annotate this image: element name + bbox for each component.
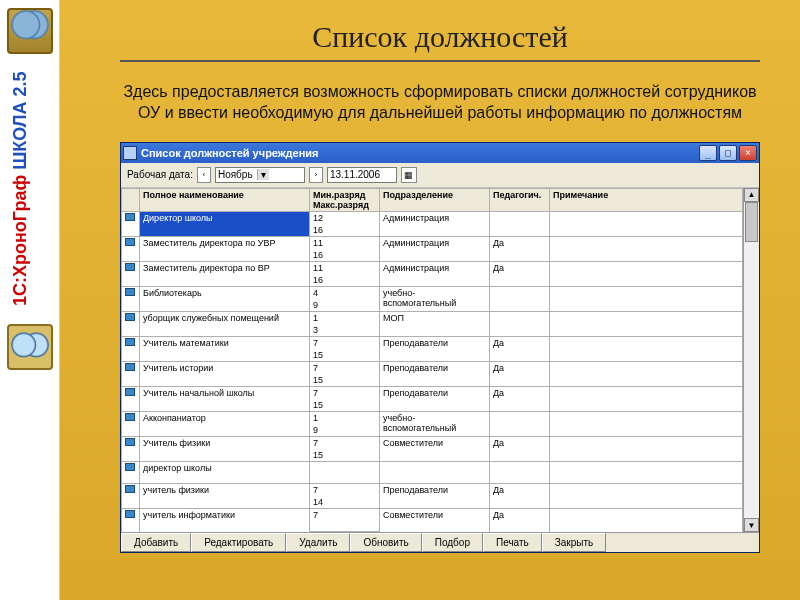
cell-ped[interactable]: Да xyxy=(490,336,550,361)
col-ped[interactable]: Педагогич. xyxy=(490,188,550,211)
table-row[interactable]: Заместитель директора по УВР11Администра… xyxy=(122,236,743,249)
cell-dept[interactable]: Преподаватели xyxy=(380,361,490,386)
cell-name[interactable]: учитель информатики xyxy=(140,508,310,532)
cell-max-rank[interactable]: 3 xyxy=(310,324,380,337)
table-row[interactable]: Учитель истории7ПреподавателиДа xyxy=(122,361,743,374)
close-button[interactable]: × xyxy=(739,145,757,161)
cell-name[interactable]: Заместитель директора по ВР xyxy=(140,261,310,286)
cell-ped[interactable] xyxy=(490,411,550,436)
cell-min-rank[interactable]: 11 xyxy=(310,236,380,249)
titlebar[interactable]: Список должностей учреждения _ □ × xyxy=(121,143,759,163)
cell-name[interactable]: уборщик служебных помещений xyxy=(140,311,310,336)
table-row[interactable]: Библиотекарь4учебно-вспомогательный xyxy=(122,286,743,299)
table-row[interactable]: учитель физики7ПреподавателиДа xyxy=(122,483,743,496)
cell-max-rank[interactable]: 15 xyxy=(310,449,380,462)
table-row[interactable]: Учитель физики7СовместителиДа xyxy=(122,436,743,449)
table-row[interactable]: Директор школы12Администрация xyxy=(122,211,743,224)
cell-ped[interactable] xyxy=(490,211,550,236)
delete-button[interactable]: Удалить xyxy=(286,533,350,552)
cell-name[interactable]: директор школы xyxy=(140,461,310,483)
cell-max-rank[interactable] xyxy=(310,472,380,483)
next-month-button[interactable]: › xyxy=(309,167,323,183)
calendar-icon[interactable]: ▦ xyxy=(401,167,417,183)
cell-note[interactable] xyxy=(550,483,743,508)
table-row[interactable]: Учитель начальной школы7ПреподавателиДа xyxy=(122,386,743,399)
table-row[interactable]: Заместитель директора по ВР11Администрац… xyxy=(122,261,743,274)
cell-max-rank[interactable]: 15 xyxy=(310,349,380,362)
cell-max-rank[interactable]: 15 xyxy=(310,399,380,412)
cell-dept[interactable]: Администрация xyxy=(380,236,490,261)
cell-ped[interactable]: Да xyxy=(490,483,550,508)
cell-note[interactable] xyxy=(550,386,743,411)
prev-month-button[interactable]: ‹ xyxy=(197,167,211,183)
add-button[interactable]: Добавить xyxy=(121,533,191,552)
cell-note[interactable] xyxy=(550,411,743,436)
cell-max-rank[interactable]: 16 xyxy=(310,274,380,287)
cell-name[interactable]: Учитель математики xyxy=(140,336,310,361)
cell-name[interactable]: Директор школы xyxy=(140,211,310,236)
col-dept[interactable]: Подразделение xyxy=(380,188,490,211)
cell-min-rank[interactable]: 4 xyxy=(310,286,380,299)
cell-min-rank[interactable]: 7 xyxy=(310,508,380,521)
cell-dept[interactable]: Администрация xyxy=(380,261,490,286)
cell-dept[interactable]: МОП xyxy=(380,311,490,336)
cell-dept[interactable]: Совместители xyxy=(380,508,490,532)
select-button[interactable]: Подбор xyxy=(422,533,483,552)
cell-note[interactable] xyxy=(550,336,743,361)
cell-name[interactable]: учитель физики xyxy=(140,483,310,508)
scroll-up-button[interactable]: ▲ xyxy=(744,188,759,202)
cell-min-rank[interactable] xyxy=(310,461,380,472)
cell-min-rank[interactable]: 7 xyxy=(310,361,380,374)
table-row[interactable]: уборщик служебных помещений1МОП xyxy=(122,311,743,324)
col-name[interactable]: Полное наименование xyxy=(140,188,310,211)
close-action-button[interactable]: Закрыть xyxy=(542,533,607,552)
cell-dept[interactable]: Преподаватели xyxy=(380,336,490,361)
cell-max-rank[interactable]: 15 xyxy=(310,374,380,387)
cell-min-rank[interactable]: 1 xyxy=(310,411,380,424)
table-row[interactable]: Учитель математики7ПреподавателиДа xyxy=(122,336,743,349)
cell-note[interactable] xyxy=(550,211,743,236)
cell-name[interactable]: Учитель истории xyxy=(140,361,310,386)
scroll-thumb[interactable] xyxy=(745,202,758,242)
cell-note[interactable] xyxy=(550,261,743,286)
table-row[interactable]: учитель информатики7СовместителиДа xyxy=(122,508,743,521)
cell-min-rank[interactable]: 7 xyxy=(310,386,380,399)
month-selector[interactable]: Ноябрь ▾ xyxy=(215,167,305,183)
cell-ped[interactable]: Да xyxy=(490,508,550,532)
positions-table[interactable]: Полное наименование Мин.разряд Макс.разр… xyxy=(121,188,743,533)
cell-name[interactable]: Заместитель директора по УВР xyxy=(140,236,310,261)
cell-ped[interactable]: Да xyxy=(490,436,550,461)
vertical-scrollbar[interactable]: ▲ ▼ xyxy=(743,188,759,533)
cell-ped[interactable] xyxy=(490,286,550,311)
cell-min-rank[interactable]: 12 xyxy=(310,211,380,224)
cell-min-rank[interactable]: 7 xyxy=(310,483,380,496)
cell-ped[interactable] xyxy=(490,461,550,483)
cell-max-rank[interactable]: 16 xyxy=(310,249,380,262)
maximize-button[interactable]: □ xyxy=(719,145,737,161)
cell-name[interactable]: Учитель физики xyxy=(140,436,310,461)
cell-dept[interactable]: учебно-вспомогательный xyxy=(380,286,490,311)
cell-ped[interactable] xyxy=(490,311,550,336)
cell-note[interactable] xyxy=(550,286,743,311)
cell-note[interactable] xyxy=(550,508,743,532)
cell-note[interactable] xyxy=(550,236,743,261)
cell-dept[interactable]: Администрация xyxy=(380,211,490,236)
cell-ped[interactable]: Да xyxy=(490,386,550,411)
cell-name[interactable]: Библиотекарь xyxy=(140,286,310,311)
col-note[interactable]: Примечание xyxy=(550,188,743,211)
col-rank[interactable]: Мин.разряд Макс.разряд xyxy=(310,188,380,211)
cell-max-rank[interactable] xyxy=(310,521,380,532)
cell-dept[interactable]: учебно-вспомогательный xyxy=(380,411,490,436)
refresh-button[interactable]: Обновить xyxy=(350,533,421,552)
cell-dept[interactable]: Преподаватели xyxy=(380,483,490,508)
minimize-button[interactable]: _ xyxy=(699,145,717,161)
cell-max-rank[interactable]: 14 xyxy=(310,496,380,509)
cell-max-rank[interactable]: 9 xyxy=(310,299,380,312)
table-row[interactable]: директор школы xyxy=(122,461,743,472)
cell-name[interactable]: Акконпаниатор xyxy=(140,411,310,436)
cell-max-rank[interactable]: 16 xyxy=(310,224,380,237)
cell-min-rank[interactable]: 1 xyxy=(310,311,380,324)
cell-dept[interactable]: Преподаватели xyxy=(380,386,490,411)
date-field[interactable]: 13.11.2006 xyxy=(327,167,397,183)
cell-note[interactable] xyxy=(550,361,743,386)
